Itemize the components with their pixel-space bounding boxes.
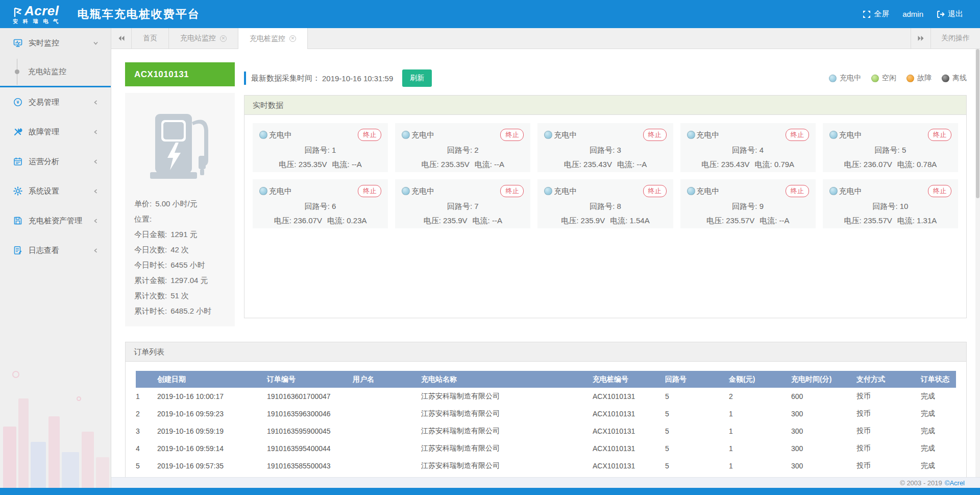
terminate-button[interactable]: 终止	[928, 129, 951, 141]
terminate-button[interactable]: 终止	[358, 185, 381, 197]
terminate-button[interactable]: 终止	[500, 129, 524, 141]
sidebar-item-label: 充电桩资产管理	[29, 216, 82, 226]
order-row[interactable]: 2 2019-10-16 09:59:23 1910163596300046 江…	[136, 405, 956, 422]
tab-pile-monitor[interactable]: 充电桩监控 ✕	[238, 28, 308, 49]
stat-today-count: 今日次数:42 次	[134, 242, 228, 257]
app-header: Acrel 安 科 瑞 电 气 电瓶车充电桩收费平台 全屏 admin 退出	[0, 0, 980, 28]
amount: 1	[729, 457, 791, 475]
col-header-create-date: 创建日期	[157, 371, 267, 388]
tools-icon	[13, 127, 22, 136]
legend-idle: 空闲	[871, 74, 896, 83]
terminate-button[interactable]: 终止	[643, 129, 667, 141]
circuit-card: 充电中终止 回路号: 6 电压: 236.07V电流: 0.23A	[253, 179, 388, 228]
chevron-left-icon	[93, 248, 99, 253]
amount: 1	[729, 422, 791, 440]
fault-dot-icon	[906, 75, 914, 82]
circuit-cards-grid: 充电中终止 回路号: 1 电压: 235.35V电流: --A 充电中终止 回路…	[244, 115, 966, 237]
station-name: 江苏安科瑞制造有限公司	[421, 422, 593, 440]
voltage-current: 电压: 235.35V电流: --A	[402, 160, 524, 170]
charge-minutes: 600	[791, 388, 856, 405]
order-user	[353, 405, 421, 422]
user-menu[interactable]: admin	[898, 10, 927, 18]
sidebar-item-station-monitor[interactable]: 充电站监控	[0, 58, 111, 86]
circuit-card: 充电中终止 回路号: 9 电压: 235.57V电流: --A	[680, 179, 816, 228]
order-user	[353, 422, 421, 440]
charge-minutes: 300	[791, 457, 856, 475]
sidebar: 实时监控 充电站监控 ¥ 交易管理 故障管理	[0, 28, 111, 488]
order-number: 1910163595900045	[267, 422, 353, 440]
brand-link[interactable]: ©Acrel	[945, 479, 965, 487]
charging-status-icon	[259, 187, 267, 195]
tabs-scroll-left-button[interactable]	[111, 28, 132, 49]
refresh-button[interactable]: 刷新	[402, 69, 432, 87]
circuit-number: 回路号: 8	[544, 202, 666, 211]
col-header-order-number: 订单编号	[267, 371, 353, 388]
sidebar-item-realtime-monitor[interactable]: 实时监控	[0, 28, 111, 58]
main-content: ACX1010131	[111, 49, 980, 477]
terminate-button[interactable]: 终止	[928, 185, 951, 197]
pile-number: ACX1010131	[593, 422, 665, 440]
voltage-current: 电压: 235.43V电流: 0.79A	[687, 160, 809, 170]
orders-table: 创建日期 订单编号 用户名 充电站名称 充电桩编号 回路号 金额(元) 充电时间…	[136, 371, 956, 475]
circuit-number: 回路号: 2	[402, 146, 524, 155]
charge-minutes: 300	[791, 405, 856, 422]
order-date: 2019-10-16 09:59:19	[157, 422, 267, 440]
circuit-card: 充电中终止 回路号: 5 电压: 236.07V电流: 0.78A	[823, 123, 958, 172]
pile-number: ACX1010131	[593, 457, 665, 475]
circuit-number: 回路号: 1	[259, 146, 381, 155]
scrollbar-thumb[interactable]	[976, 49, 979, 198]
circuit-card: 充电中终止 回路号: 10 电压: 235.57V电流: 1.31A	[823, 179, 958, 228]
circuit-card: 充电中终止 回路号: 7 电压: 235.9V电流: --A	[395, 179, 530, 228]
order-row[interactable]: 1 2019-10-16 10:00:17 1910163601700047 江…	[136, 388, 956, 405]
voltage-current: 电压: 235.43V电流: --A	[544, 160, 666, 170]
station-name: 江苏安科瑞制造有限公司	[421, 388, 593, 405]
sidebar-item-faults[interactable]: 故障管理	[0, 117, 111, 147]
amount: 1	[729, 405, 791, 422]
order-row[interactable]: 3 2019-10-16 09:59:19 1910163595900045 江…	[136, 422, 956, 440]
voltage-current: 电压: 235.9V电流: 1.54A	[544, 216, 666, 226]
logout-button[interactable]: 退出	[933, 9, 967, 19]
order-row[interactable]: 5 2019-10-16 09:57:35 1910163585500043 江…	[136, 457, 956, 475]
sidebar-item-transactions[interactable]: ¥ 交易管理	[0, 87, 111, 117]
terminate-button[interactable]: 终止	[358, 129, 381, 141]
close-tab-icon[interactable]: ✕	[220, 35, 227, 42]
collect-time-label: 最新数据采集时间：	[251, 74, 320, 83]
tabs-scroll-right-button[interactable]	[911, 28, 931, 49]
sidebar-item-logs[interactable]: 日志查看	[0, 235, 111, 265]
terminate-button[interactable]: 终止	[500, 185, 524, 197]
circuit-number: 回路号: 5	[829, 146, 951, 155]
close-tab-icon[interactable]: ✕	[289, 35, 296, 42]
station-name: 江苏安科瑞制造有限公司	[421, 405, 593, 422]
voltage-current: 电压: 235.57V电流: 1.31A	[829, 216, 951, 226]
order-row[interactable]: 4 2019-10-16 09:59:14 1910163595400044 江…	[136, 440, 956, 457]
sidebar-item-assets[interactable]: 充电桩资产管理	[0, 206, 111, 235]
tab-station-monitor[interactable]: 充电站监控 ✕	[169, 28, 238, 49]
terminate-button[interactable]: 终止	[786, 129, 809, 141]
amount: 2	[729, 388, 791, 405]
offline-dot-icon	[942, 75, 949, 82]
logo-text: Acrel	[24, 4, 59, 17]
sidebar-item-settings[interactable]: 系统设置	[0, 176, 111, 206]
stat-unit-price: 单价:5.00 小时/元	[134, 196, 228, 211]
tab-home[interactable]: 首页	[132, 28, 169, 49]
orders-header-row: 创建日期 订单编号 用户名 充电站名称 充电桩编号 回路号 金额(元) 充电时间…	[136, 371, 956, 388]
stat-location: 位置:	[134, 211, 228, 227]
fullscreen-button[interactable]: 全屏	[859, 9, 893, 19]
terminate-button[interactable]: 终止	[643, 185, 667, 197]
circuit-card: 充电中终止 回路号: 1 电压: 235.35V电流: --A	[253, 123, 388, 172]
realtime-data-panel: 实时数据 充电中终止 回路号: 1 电压: 235.35V电流: --A 充电中…	[244, 95, 967, 318]
pile-number: ACX1010131	[593, 440, 665, 457]
circuit-card: 充电中终止 回路号: 3 电压: 235.43V电流: --A	[537, 123, 673, 172]
charging-status-icon	[259, 131, 267, 139]
terminate-button[interactable]: 终止	[786, 185, 809, 197]
circuit-number: 回路号: 4	[687, 146, 809, 155]
charging-status-icon	[829, 187, 838, 195]
order-list-section: 订单列表 创建日期 订单编号 用户名 充电站名称 充电桩编号 回路号	[125, 342, 967, 477]
close-operations-menu[interactable]: 关闭操作	[931, 28, 980, 49]
bottom-accent-strip	[0, 488, 980, 495]
station-stats: 单价:5.00 小时/元 位置: 今日金额:1291 元 今日次数:42 次 今…	[134, 196, 228, 319]
tree-dot-icon	[15, 69, 19, 74]
vertical-scrollbar[interactable]	[975, 49, 980, 477]
chevron-left-icon	[93, 100, 99, 105]
sidebar-item-analytics[interactable]: 运营分析	[0, 147, 111, 176]
